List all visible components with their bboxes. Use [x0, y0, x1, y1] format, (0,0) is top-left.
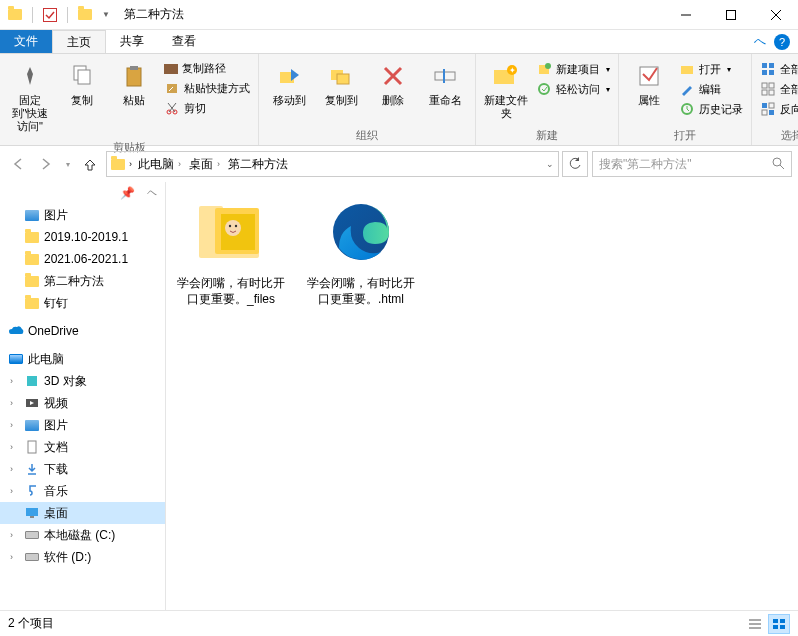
history-button[interactable]: 历史记录: [677, 100, 745, 118]
nav-recent-dropdown[interactable]: ▾: [62, 152, 74, 176]
svg-rect-37: [769, 110, 774, 115]
group-open-label: 打开: [625, 126, 745, 145]
paste-icon: [118, 60, 150, 92]
nav-up-button[interactable]: [78, 152, 102, 176]
svg-rect-32: [762, 90, 767, 95]
sidebar-folder-2[interactable]: 2021.06-2021.1: [0, 248, 165, 270]
breadcrumb-desktop[interactable]: 桌面›: [187, 156, 222, 173]
select-none-button[interactable]: 全部取消: [758, 80, 798, 98]
folder-icon: [74, 4, 96, 26]
collapse-ribbon-icon[interactable]: へ: [754, 33, 766, 50]
new-item-button[interactable]: 新建项目▾: [534, 60, 612, 78]
help-icon[interactable]: ?: [774, 34, 790, 50]
svg-rect-24: [681, 66, 693, 74]
breadcrumb-this-pc[interactable]: 此电脑›: [136, 156, 183, 173]
rename-button[interactable]: 重命名: [421, 56, 469, 111]
edit-button[interactable]: 编辑: [677, 80, 745, 98]
window-title: 第二种方法: [124, 6, 184, 23]
sidebar-disk-d[interactable]: ›软件 (D:): [0, 546, 165, 568]
svg-rect-26: [762, 63, 767, 68]
address-dropdown-icon[interactable]: ⌄: [546, 159, 554, 169]
sidebar-folder-3[interactable]: 第二种方法: [0, 270, 165, 292]
nav-forward-button[interactable]: [34, 152, 58, 176]
nav-back-button[interactable]: [6, 152, 30, 176]
svg-rect-7: [127, 68, 141, 86]
expand-icon[interactable]: ヘ: [147, 186, 157, 200]
sidebar-video[interactable]: ›视频: [0, 392, 165, 414]
svg-rect-44: [26, 508, 38, 516]
navigation-pane[interactable]: 📌 ヘ 图片 2019.10-2019.1 2021.06-2021.1 第二种…: [0, 182, 166, 610]
svg-rect-57: [773, 619, 778, 623]
folder-thumbnail-icon: [191, 192, 271, 272]
status-item-count: 2 个项目: [8, 615, 54, 632]
tab-view[interactable]: 查看: [158, 30, 210, 53]
selectnone-icon: [760, 81, 776, 97]
sidebar-music[interactable]: ›音乐: [0, 480, 165, 502]
copy-path-button[interactable]: 复制路径: [162, 60, 252, 77]
delete-button[interactable]: 删除: [369, 56, 417, 111]
sidebar-pictures2[interactable]: ›图片: [0, 414, 165, 436]
close-button[interactable]: [753, 0, 798, 30]
svg-rect-6: [78, 70, 90, 84]
paste-shortcut-button[interactable]: 粘贴快捷方式: [162, 79, 252, 97]
search-input[interactable]: 搜索"第二种方法": [592, 151, 792, 177]
refresh-button[interactable]: [562, 151, 588, 177]
file-list[interactable]: 学会闭嘴，有时比开口更重要。_files 学会闭嘴，有时比开口更重要。.html: [166, 182, 798, 610]
view-details-button[interactable]: [744, 614, 766, 634]
maximize-button[interactable]: [708, 0, 753, 30]
copy-to-button[interactable]: 复制到: [317, 56, 365, 111]
paste-button[interactable]: 粘贴: [110, 56, 158, 111]
move-icon: [273, 60, 305, 92]
tab-home[interactable]: 主页: [52, 30, 106, 53]
invert-selection-button[interactable]: 反向选择: [758, 100, 798, 118]
sidebar-documents[interactable]: ›文档: [0, 436, 165, 458]
tab-file[interactable]: 文件: [0, 30, 52, 53]
sidebar-pictures[interactable]: 图片: [0, 204, 165, 226]
svg-rect-29: [769, 70, 774, 75]
folder-icon: [4, 4, 26, 26]
path-icon: [164, 64, 178, 74]
properties-button[interactable]: 属性: [625, 56, 673, 111]
select-all-button[interactable]: 全部选择: [758, 60, 798, 78]
invert-icon: [760, 101, 776, 117]
sidebar-this-pc[interactable]: ⌄此电脑: [0, 348, 165, 370]
file-item-html[interactable]: 学会闭嘴，有时比开口更重要。.html: [306, 192, 416, 307]
svg-point-22: [539, 84, 549, 94]
svg-point-21: [545, 63, 551, 69]
newitem-icon: [536, 61, 552, 77]
rename-icon: [429, 60, 461, 92]
cut-button[interactable]: 剪切: [162, 99, 252, 117]
svg-rect-27: [769, 63, 774, 68]
sidebar-onedrive[interactable]: ›OneDrive: [0, 320, 165, 342]
copyto-icon: [325, 60, 357, 92]
sidebar-desktop[interactable]: 桌面: [0, 502, 165, 524]
svg-point-52: [235, 225, 237, 227]
move-to-button[interactable]: 移动到: [265, 56, 313, 111]
svg-rect-58: [780, 619, 785, 623]
copy-button[interactable]: 复制: [58, 56, 106, 111]
easy-access-button[interactable]: 轻松访问▾: [534, 80, 612, 98]
qat-dropdown-icon[interactable]: ▼: [100, 4, 112, 26]
sidebar-disk-c[interactable]: ›本地磁盘 (C:): [0, 524, 165, 546]
sidebar-3d[interactable]: ›3D 对象: [0, 370, 165, 392]
qat-checkbox-icon[interactable]: [39, 4, 61, 26]
tab-share[interactable]: 共享: [106, 30, 158, 53]
svg-rect-40: [27, 376, 37, 386]
svg-line-39: [780, 165, 784, 169]
sidebar-folder-4[interactable]: 钉钉: [0, 292, 165, 314]
pin-icon[interactable]: 📌: [120, 186, 135, 200]
pin-quickaccess-button[interactable]: 固定到"快速访问": [6, 56, 54, 138]
svg-point-38: [773, 158, 781, 166]
new-folder-button[interactable]: ✦ 新建文件夹: [482, 56, 530, 124]
address-bar[interactable]: › 此电脑› 桌面› 第二种方法 ⌄: [106, 151, 559, 177]
breadcrumb-current[interactable]: 第二种方法: [226, 156, 290, 173]
minimize-button[interactable]: [663, 0, 708, 30]
file-item-folder[interactable]: 学会闭嘴，有时比开口更重要。_files: [176, 192, 286, 307]
view-icons-button[interactable]: [768, 614, 790, 634]
svg-rect-0: [44, 8, 57, 21]
sidebar-folder-1[interactable]: 2019.10-2019.1: [0, 226, 165, 248]
open-button[interactable]: 打开▾: [677, 60, 745, 78]
copy-icon: [66, 60, 98, 92]
sidebar-downloads[interactable]: ›下载: [0, 458, 165, 480]
newfolder-icon: ✦: [490, 60, 522, 92]
